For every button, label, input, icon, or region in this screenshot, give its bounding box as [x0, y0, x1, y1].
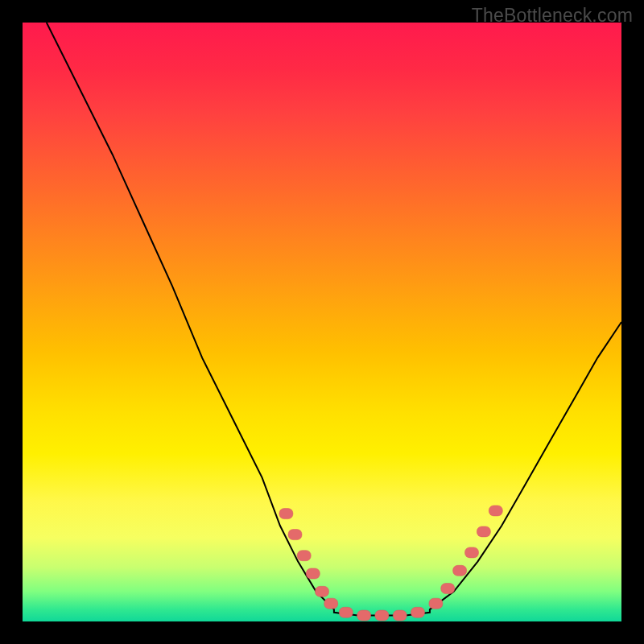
data-marker [465, 547, 479, 558]
chart-svg [23, 23, 621, 621]
data-marker [339, 607, 353, 617]
data-marker [453, 565, 467, 576]
data-marker [429, 598, 443, 609]
data-marker [297, 551, 311, 561]
chart-frame: TheBottleneck.com [0, 0, 644, 644]
data-marker [279, 509, 293, 519]
data-marker [393, 610, 407, 621]
plot-area [23, 23, 621, 621]
data-marker [316, 586, 329, 597]
data-marker [411, 607, 425, 617]
data-marker [441, 584, 455, 594]
data-marker [288, 530, 302, 540]
data-marker [375, 610, 389, 621]
curve-group [47, 23, 621, 616]
data-marker [306, 568, 320, 579]
bottleneck-curve [47, 23, 621, 616]
data-marker [489, 506, 502, 516]
data-marker [477, 526, 490, 537]
data-marker [357, 610, 371, 621]
marker-group [279, 506, 502, 621]
data-marker [324, 598, 338, 609]
watermark-text: TheBottleneck.com [472, 5, 633, 27]
